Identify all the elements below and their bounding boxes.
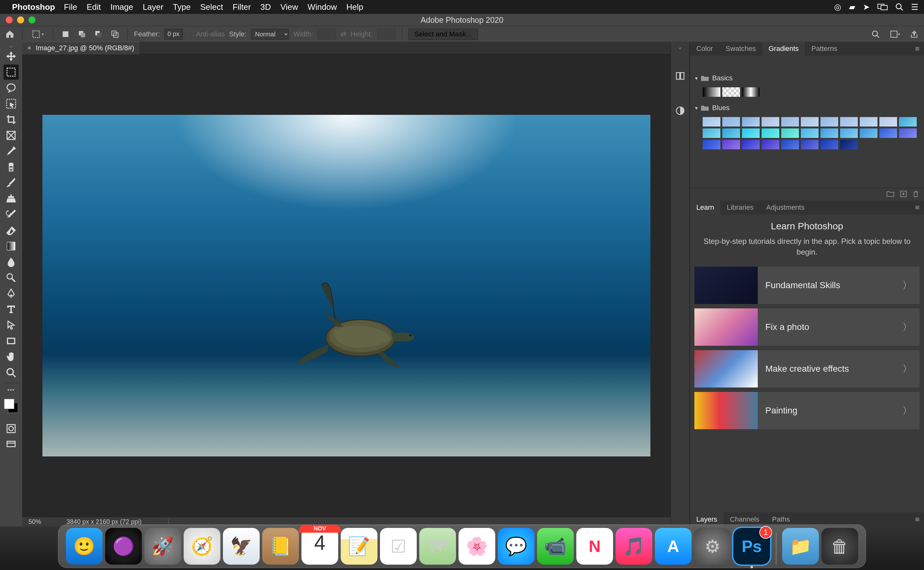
control-center-icon[interactable]: ☰ <box>911 2 918 12</box>
dock-finder[interactable]: 🙂 <box>66 528 103 565</box>
menu-view[interactable]: View <box>280 2 298 12</box>
dock-maps[interactable]: 🗺 <box>419 528 456 565</box>
dock-reminders[interactable]: ☑ <box>380 528 417 565</box>
displays-icon[interactable] <box>878 3 887 11</box>
dock-appstore[interactable]: A <box>655 528 692 565</box>
edit-toolbar-button[interactable]: ••• <box>3 386 19 394</box>
pen-tool[interactable] <box>3 286 19 301</box>
gradient-swatch[interactable] <box>801 117 819 127</box>
gradient-swatch[interactable] <box>801 129 819 138</box>
window-minimize-button[interactable] <box>17 17 24 23</box>
panel-menu-icon[interactable]: ≡ <box>911 515 924 524</box>
hand-tool[interactable] <box>3 349 19 365</box>
gradient-swatch[interactable] <box>742 117 759 127</box>
toolbar-collapse-handle[interactable]: « <box>10 44 12 48</box>
creative-cloud-icon[interactable]: ◎ <box>834 2 841 12</box>
menu-layer[interactable]: Layer <box>143 2 163 12</box>
blur-tool[interactable] <box>3 254 19 270</box>
gradient-swatch[interactable] <box>879 129 897 138</box>
select-and-mask-button[interactable]: Select and Mask... <box>409 29 478 40</box>
dock-downloads[interactable]: 📁 <box>782 528 819 565</box>
rectangle-tool[interactable] <box>3 333 19 349</box>
window-close-button[interactable] <box>6 17 13 23</box>
gradient-folder-blues[interactable]: ▾ Blues <box>695 101 919 115</box>
panel-menu-icon[interactable]: ≡ <box>911 203 924 212</box>
menu-type[interactable]: Type <box>173 2 191 12</box>
dock-notes[interactable]: 📝 <box>341 528 377 565</box>
collapsed-panel-icon-2[interactable] <box>674 104 687 117</box>
gradient-swatch[interactable] <box>742 140 759 149</box>
frame-tool[interactable] <box>3 128 19 143</box>
gradient-swatch[interactable] <box>840 117 858 127</box>
gradient-swatch[interactable] <box>703 87 720 97</box>
disclosure-arrow-icon[interactable]: ▾ <box>695 75 698 81</box>
selection-subtract-icon[interactable] <box>92 28 105 40</box>
delete-icon[interactable] <box>913 190 919 199</box>
selection-add-icon[interactable] <box>76 28 88 40</box>
eyedropper-tool[interactable] <box>3 144 19 159</box>
menu-edit[interactable]: Edit <box>87 2 101 12</box>
dock-contacts[interactable]: 📒 <box>262 528 299 565</box>
gradient-swatch[interactable] <box>781 117 799 127</box>
brush-tool[interactable] <box>3 175 19 190</box>
foreground-color-swatch[interactable] <box>4 399 14 409</box>
close-tab-icon[interactable]: × <box>27 44 31 52</box>
window-maximize-button[interactable] <box>29 17 35 23</box>
color-swatches[interactable] <box>3 398 19 414</box>
tab-swatches[interactable]: Swatches <box>720 42 762 56</box>
spotlight-alt-icon[interactable]: ➤ <box>863 2 870 12</box>
gradient-swatch[interactable] <box>840 140 858 149</box>
new-gradient-icon[interactable] <box>900 190 907 199</box>
clone-stamp-tool[interactable] <box>3 191 19 206</box>
app-name[interactable]: Photoshop <box>12 2 55 12</box>
type-tool[interactable] <box>3 302 19 317</box>
quick-mask-button[interactable] <box>3 421 19 436</box>
selection-new-icon[interactable] <box>60 28 72 40</box>
home-button[interactable] <box>4 28 16 40</box>
gradient-swatch[interactable] <box>781 129 799 138</box>
gradient-swatch[interactable] <box>899 117 917 127</box>
tab-adjustments[interactable]: Adjustments <box>760 201 811 215</box>
dock-trash[interactable]: 🗑 <box>821 528 858 565</box>
dock-music[interactable]: 🎵 <box>616 528 652 565</box>
gradient-swatch[interactable] <box>821 117 838 127</box>
dock-messages[interactable]: 💬 <box>498 528 535 565</box>
dock-settings[interactable]: ⚙ <box>694 528 731 565</box>
dock-news[interactable]: N <box>576 528 613 565</box>
path-selection-tool[interactable] <box>3 317 19 333</box>
gradient-swatch[interactable] <box>761 129 779 138</box>
panel-menu-icon[interactable]: ≡ <box>911 44 924 53</box>
screen-mode-button[interactable] <box>3 437 19 452</box>
tool-preset-picker[interactable]: ▾ <box>29 28 46 40</box>
gradient-swatch[interactable] <box>781 140 799 149</box>
workspace-switcher-icon[interactable]: ▾ <box>886 28 904 40</box>
menu-filter[interactable]: Filter <box>232 2 251 12</box>
menu-3d[interactable]: 3D <box>260 2 271 12</box>
dock-calendar[interactable]: NOV4 <box>301 528 338 565</box>
gradient-swatch[interactable] <box>860 129 878 138</box>
dock-siri[interactable]: 🟣 <box>105 528 142 565</box>
gradient-swatch[interactable] <box>821 140 838 149</box>
notification-icon[interactable]: ▰ <box>849 2 855 12</box>
gradient-swatch[interactable] <box>722 140 740 149</box>
gradient-swatch[interactable] <box>860 117 878 127</box>
gradient-folder-basics[interactable]: ▾ Basics <box>695 71 919 86</box>
learn-item[interactable]: Painting 〉 <box>695 392 919 429</box>
tab-gradients[interactable]: Gradients <box>762 42 805 56</box>
collapsed-panel-icon-1[interactable] <box>674 70 687 82</box>
history-brush-tool[interactable] <box>3 207 19 222</box>
gradient-swatch[interactable] <box>722 129 740 138</box>
share-icon[interactable] <box>908 28 920 40</box>
search-icon[interactable] <box>870 28 882 40</box>
gradient-swatch[interactable] <box>801 140 819 149</box>
gradient-swatch[interactable] <box>703 129 720 138</box>
menu-image[interactable]: Image <box>110 2 133 12</box>
dock-safari[interactable]: 🧭 <box>184 528 220 565</box>
gradient-swatch[interactable] <box>840 129 858 138</box>
dock-launchpad[interactable]: 🚀 <box>145 528 181 565</box>
move-tool[interactable] <box>3 49 19 64</box>
menu-file[interactable]: File <box>64 2 77 12</box>
gradient-swatch[interactable] <box>761 140 779 149</box>
gradient-tool[interactable] <box>3 239 19 254</box>
crop-tool[interactable] <box>3 112 19 127</box>
